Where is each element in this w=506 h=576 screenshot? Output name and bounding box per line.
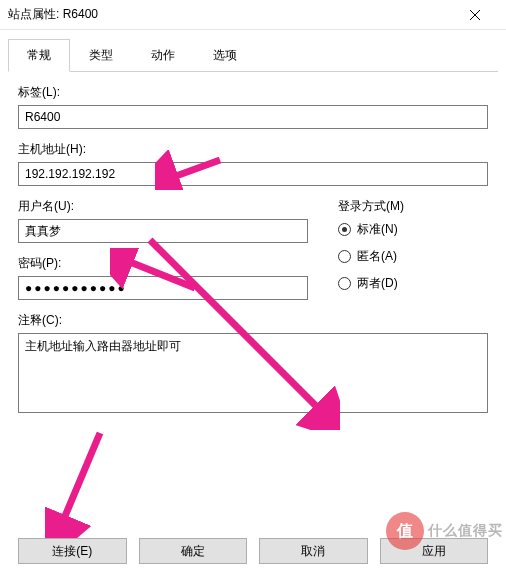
cancel-button[interactable]: 取消 — [259, 538, 368, 564]
tab-type[interactable]: 类型 — [70, 39, 132, 72]
password-caption: 密码(P): — [18, 255, 308, 272]
host-input[interactable] — [18, 162, 488, 186]
username-caption: 用户名(U): — [18, 198, 308, 215]
close-icon — [470, 10, 480, 20]
label-input[interactable] — [18, 105, 488, 129]
comment-textarea[interactable] — [18, 333, 488, 413]
radio-icon — [338, 223, 351, 236]
arrow-annotation-connect — [45, 428, 115, 538]
tab-action[interactable]: 动作 — [132, 39, 194, 72]
radio-both-label: 两者(D) — [357, 275, 398, 292]
tab-bar: 常规 类型 动作 选项 — [8, 38, 498, 72]
radio-standard[interactable]: 标准(N) — [338, 221, 488, 238]
titlebar: 站点属性: R6400 — [0, 0, 506, 30]
ok-button[interactable]: 确定 — [139, 538, 248, 564]
watermark-icon: 值 — [386, 512, 424, 550]
watermark-text: 什么值得买 — [428, 522, 503, 540]
content-panel: 标签(L): 主机地址(H): 用户名(U): 密码(P): 登录方式(M) 标… — [0, 72, 506, 440]
label-caption: 标签(L): — [18, 84, 488, 101]
tab-general[interactable]: 常规 — [8, 39, 70, 72]
tab-options[interactable]: 选项 — [194, 39, 256, 72]
radio-anonymous[interactable]: 匿名(A) — [338, 248, 488, 265]
host-caption: 主机地址(H): — [18, 141, 488, 158]
radio-anonymous-label: 匿名(A) — [357, 248, 397, 265]
radio-both[interactable]: 两者(D) — [338, 275, 488, 292]
radio-standard-label: 标准(N) — [357, 221, 398, 238]
svg-line-7 — [60, 433, 100, 528]
username-input[interactable] — [18, 219, 308, 243]
password-input[interactable] — [18, 276, 308, 300]
connect-button[interactable]: 连接(E) — [18, 538, 127, 564]
login-method-caption: 登录方式(M) — [338, 198, 488, 215]
window-title: 站点属性: R6400 — [8, 6, 452, 23]
radio-icon — [338, 250, 351, 263]
close-button[interactable] — [452, 0, 498, 30]
watermark: 值 什么值得买 — [386, 506, 506, 556]
comment-caption: 注释(C): — [18, 312, 488, 329]
radio-icon — [338, 277, 351, 290]
